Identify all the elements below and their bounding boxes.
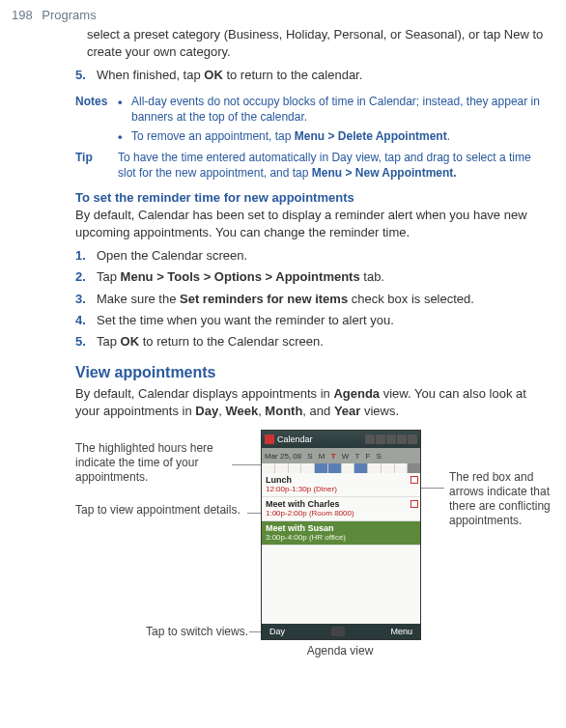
step-text: Tap OK to return to the Calendar screen. — [97, 333, 551, 350]
app-icon — [265, 434, 274, 444]
step-item: 3. Make sure the Set reminders for new i… — [87, 291, 551, 308]
step-text: When finished, tap OK to return to the c… — [97, 67, 551, 84]
signal-icon — [386, 434, 396, 444]
annotation-conflict: The red box and arrows indicate that the… — [449, 470, 551, 528]
appointment-item[interactable]: Lunch 12:00p-1:30p (Diner) — [262, 473, 420, 497]
tip-line: Tip To have the time entered automatical… — [87, 150, 551, 181]
close-icon[interactable] — [408, 434, 417, 444]
step-text: Open the Calendar screen. — [97, 247, 551, 265]
softkey-right[interactable]: Menu — [390, 627, 412, 636]
view-paragraph: By default, Calendar displays appointmen… — [75, 385, 551, 420]
status-icon — [365, 434, 375, 444]
step-number: 3. — [75, 291, 97, 308]
connector-line — [421, 488, 444, 489]
annotation-switch-views: Tap to switch views. — [127, 625, 248, 639]
tip-text: To have the time entered automatically i… — [118, 150, 551, 181]
softkey-left[interactable]: Day — [269, 627, 285, 636]
step-item: 1. Open the Calendar screen. — [87, 247, 551, 265]
appointment-title: Meet with Charles — [266, 499, 416, 509]
conflict-indicator-icon — [410, 476, 418, 484]
appointment-list: Lunch 12:00p-1:30p (Diner) Meet with Cha… — [262, 473, 420, 546]
note-text: All-day events do not occupy blocks of t… — [131, 94, 551, 125]
note-text: To remove an appointment, tap Menu > Del… — [131, 128, 551, 146]
step-number: 4. — [75, 312, 97, 329]
notes-label-empty — [75, 128, 118, 146]
appointment-item[interactable]: Meet with Charles 1:00p-2:00p (Room 8000… — [262, 497, 420, 521]
figure-caption: Agenda view — [292, 644, 388, 658]
page-number: 198 — [12, 8, 33, 22]
bullet-icon: • — [118, 128, 131, 146]
status-icon — [376, 434, 385, 444]
bullet-icon: • — [118, 94, 131, 125]
calendar-screenshot: Calendar Mar 25, 08 S M T W T F S — [261, 430, 421, 640]
note-line: Notes • All-day events do not occupy blo… — [87, 94, 551, 125]
intro-text: select a preset category (Business, Holi… — [87, 26, 551, 61]
connector-line — [249, 631, 261, 632]
notes-label: Notes — [75, 94, 118, 125]
date-label: Mar 25, 08 — [265, 452, 301, 461]
step-item: 5. When finished, tap OK to return to th… — [87, 67, 551, 84]
step-number: 5. — [75, 333, 97, 350]
appointment-item-selected[interactable]: Meet with Susan 3:00p-4:00p (HR office) — [262, 521, 420, 546]
notes-block: Notes • All-day events do not occupy blo… — [87, 94, 551, 181]
subheading-reminder: To set the reminder time for new appoint… — [75, 190, 551, 205]
step-text: Tap Menu > Tools > Options > Appointment… — [97, 268, 551, 286]
page-header: 198 Programs — [0, 0, 566, 22]
tip-label: Tip — [75, 150, 118, 181]
window-title: Calendar — [277, 434, 313, 444]
appointment-time: 3:00p-4:00p (HR office) — [266, 533, 416, 542]
weekday-letters[interactable]: S M T W T F S — [307, 452, 383, 461]
reminder-paragraph: By default, Calendar has been set to dis… — [75, 207, 551, 241]
step-text: Set the time when you want the reminder … — [97, 312, 551, 329]
screenshot-figure: The highlighted hours here indicate the … — [87, 430, 551, 661]
day-hours-bar[interactable] — [262, 463, 420, 473]
step-number: 2. — [75, 268, 97, 286]
connector-line — [247, 513, 261, 514]
annotation-tap-details: Tap to view appointment details. — [75, 503, 244, 518]
step-number: 5. — [75, 67, 97, 84]
annotation-highlighted-hours: The highlighted hours here indicate the … — [75, 441, 230, 485]
date-navigation-bar[interactable]: Mar 25, 08 S M T W T F S — [262, 448, 420, 463]
step-text: Make sure the Set reminders for new item… — [97, 291, 551, 308]
window-titlebar: Calendar — [262, 431, 420, 448]
step-number: 1. — [75, 247, 97, 265]
appointment-time: 12:00p-1:30p (Diner) — [266, 485, 416, 493]
heading-view-appointments: View appointments — [75, 364, 551, 381]
note-line: • To remove an appointment, tap Menu > D… — [87, 128, 551, 146]
conflict-indicator-icon — [410, 500, 418, 508]
step-item: 5. Tap OK to return to the Calendar scre… — [87, 333, 551, 350]
appointment-time: 1:00p-2:00p (Room 8000) — [266, 509, 416, 518]
softkey-bar: Day Menu — [262, 624, 420, 639]
keyboard-icon[interactable] — [331, 627, 345, 636]
step-item: 2. Tap Menu > Tools > Options > Appointm… — [87, 268, 551, 286]
content-body: select a preset category (Business, Holi… — [0, 22, 566, 661]
step-list-top: 5. When finished, tap OK to return to th… — [87, 67, 551, 84]
reminder-steps: 1. Open the Calendar screen. 2. Tap Menu… — [87, 247, 551, 350]
appointment-title: Meet with Susan — [266, 523, 416, 533]
connector-line — [232, 464, 261, 465]
appointment-title: Lunch — [266, 475, 416, 485]
speaker-icon — [397, 434, 407, 444]
step-item: 4. Set the time when you want the remind… — [87, 312, 551, 329]
page-section-title: Programs — [42, 8, 96, 22]
